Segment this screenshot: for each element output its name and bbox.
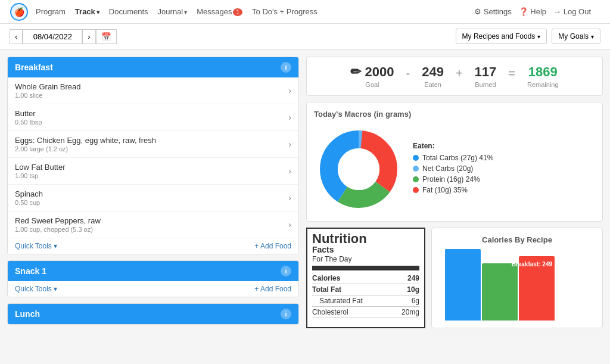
main-layout: Breakfast i Whole Grain Bread 1.00 slice… <box>0 49 610 364</box>
calendar-button[interactable]: 📅 <box>96 29 117 44</box>
nav-journal[interactable]: Journal▾ <box>158 5 188 18</box>
my-goals-button[interactable]: My Goals▾ <box>552 29 600 44</box>
nutrition-facts-card: Nutrition Facts For The Day Calories 249… <box>306 228 425 328</box>
meal-item-arrow[interactable]: › <box>288 86 291 95</box>
track-dropdown-arrow: ▾ <box>97 9 99 15</box>
cbr-chart: Breakfast: 249 <box>439 249 595 321</box>
nf-total-fat-label: Total Fat <box>312 285 341 294</box>
nav-todos[interactable]: To Do's + Progress <box>252 5 318 18</box>
legend-dot <box>413 155 419 161</box>
meal-item-arrow[interactable]: › <box>288 166 291 176</box>
breakfast-quick-tools-button[interactable]: Quick Tools ▾ <box>15 242 57 250</box>
nf-calories-row: Calories 249 <box>312 273 419 284</box>
legend-item: Fat (10g) 35% <box>413 186 493 194</box>
meal-item: Whole Grain Bread 1.00 slice › <box>8 77 298 104</box>
eaten-label: Eaten: <box>413 142 493 150</box>
breakfast-add-food-button[interactable]: + Add Food <box>254 242 291 250</box>
lunch-info-icon[interactable]: i <box>281 309 291 319</box>
snack1-add-food-button[interactable]: + Add Food <box>254 285 291 293</box>
svg-point-6 <box>338 148 379 190</box>
legend-list: Total Carbs (27g) 41% Net Carbs (20g) Pr… <box>413 154 493 194</box>
meal-item-name: Whole Grain Bread <box>15 82 288 91</box>
legend-dot <box>413 176 419 182</box>
goal-item: ✏ 2000 Goal <box>350 64 394 88</box>
meal-item-info: Butter 0.50 tbsp <box>15 109 288 126</box>
date-bar: ‹ › 📅 My Recipes and Foods▾ My Goals▾ <box>0 24 610 49</box>
legend-label: Net Carbs (20g) <box>422 164 473 173</box>
legend-label: Fat (10g) 35% <box>422 186 468 194</box>
next-date-button[interactable]: › <box>82 29 95 44</box>
nav-right: ⚙ Settings ❓ Help → Log Out <box>474 5 600 18</box>
cbr-bar-fill <box>445 249 481 321</box>
meal-item-qty: 1.00 tsp <box>15 172 288 179</box>
macros-content: Eaten: Total Carbs (27g) 41% Net Carbs (… <box>314 125 595 214</box>
cbr-bar-label: Breakfast: 249 <box>512 261 552 267</box>
nav-track[interactable]: Track▾ <box>75 5 99 18</box>
messages-badge: 1 <box>233 8 242 16</box>
cbr-bar[interactable]: Breakfast: 249 <box>519 249 555 321</box>
date-input[interactable] <box>23 29 82 44</box>
meal-item: Spinach 0.50 cup › <box>8 185 298 211</box>
nav-messages[interactable]: Messages1 <box>197 5 242 18</box>
breakfast-section: Breakfast i Whole Grain Bread 1.00 slice… <box>7 57 299 254</box>
nav-documents[interactable]: Documents <box>109 5 148 18</box>
my-recipes-foods-button[interactable]: My Recipes and Foods▾ <box>456 29 547 44</box>
meal-item-arrow[interactable]: › <box>288 193 291 203</box>
minus-op: - <box>406 67 410 80</box>
donut-chart <box>314 125 403 214</box>
meal-item-info: Eggs: Chicken Egg, egg white, raw, fresh… <box>15 136 288 153</box>
burned-label: Burned <box>475 81 497 88</box>
eaten-item: 249 Eaten <box>422 64 444 88</box>
breakfast-items-list: Whole Grain Bread 1.00 slice › Butter 0.… <box>8 77 298 238</box>
meal-item-info: Low Fat Butter 1.00 tsp <box>15 163 288 179</box>
lunch-title: Lunch <box>15 309 40 319</box>
meal-item-arrow[interactable]: › <box>288 220 291 229</box>
nf-title1: Nutrition <box>312 232 419 245</box>
meal-item-name: Eggs: Chicken Egg, egg white, raw, fresh <box>15 136 288 145</box>
meal-item-name: Low Fat Butter <box>15 163 288 172</box>
breakfast-title: Breakfast <box>15 63 53 72</box>
macros-legend: Eaten: Total Carbs (27g) 41% Net Carbs (… <box>413 142 493 197</box>
snack1-quick-tools-button[interactable]: Quick Tools ▾ <box>15 285 57 293</box>
nav-settings[interactable]: ⚙ Settings <box>474 5 512 18</box>
bottom-row: Nutrition Facts For The Day Calories 249… <box>306 228 603 328</box>
cbr-bar-fill <box>482 263 518 321</box>
nf-calories-value: 249 <box>407 274 419 282</box>
svg-text:🍎: 🍎 <box>14 7 25 17</box>
nf-calories-label: Calories <box>312 274 340 282</box>
meal-item-name: Butter <box>15 109 288 118</box>
nav-program[interactable]: Program <box>36 5 66 18</box>
cbr-bar[interactable] <box>482 249 518 321</box>
cbr-bar[interactable] <box>445 249 481 321</box>
burned-value: 117 <box>475 64 497 80</box>
snack1-footer: Quick Tools ▾ + Add Food <box>8 281 298 297</box>
nf-cholesterol-label: Cholesterol <box>312 308 348 316</box>
right-panel: ✏ 2000 Goal - 249 Eaten + 117 Burned = 1… <box>306 57 603 359</box>
plus-op: + <box>456 67 463 80</box>
meal-item-qty: 1.00 slice <box>15 92 288 99</box>
nav-help[interactable]: ❓ Help <box>519 5 546 18</box>
nf-for-day: For The Day <box>312 255 419 263</box>
lunch-section: Lunch i <box>7 303 299 325</box>
remaining-label: Remaining <box>527 81 559 88</box>
legend-dot <box>413 166 419 172</box>
cbr-bar-fill: Breakfast: 249 <box>519 256 555 321</box>
calorie-summary: ✏ 2000 Goal - 249 Eaten + 117 Burned = 1… <box>306 57 603 96</box>
meal-item-arrow[interactable]: › <box>288 113 291 122</box>
nf-sat-fat-label: Saturated Fat <box>319 297 363 305</box>
snack1-section: Snack 1 i Quick Tools ▾ + Add Food <box>7 260 299 297</box>
cbr-title: Calories By Recipe <box>439 235 595 244</box>
nav-logout[interactable]: → Log Out <box>553 5 591 18</box>
snack1-info-icon[interactable]: i <box>281 266 291 276</box>
prev-date-button[interactable]: ‹ <box>10 29 23 44</box>
lunch-header: Lunch i <box>8 304 298 324</box>
meal-item-arrow[interactable]: › <box>288 139 291 149</box>
nf-sat-fat-value: 6g <box>412 297 419 305</box>
meal-item: Low Fat Butter 1.00 tsp › <box>8 158 298 185</box>
navbar: 🍎 Program Track▾ Documents Journal▾ Mess… <box>0 0 610 24</box>
equals-op: = <box>508 67 515 80</box>
meal-item-qty: 1.00 cup, chopped (5.3 oz) <box>15 226 288 233</box>
nf-title2: Facts <box>312 245 419 254</box>
breakfast-info-icon[interactable]: i <box>281 62 291 73</box>
logo: 🍎 <box>10 2 29 21</box>
